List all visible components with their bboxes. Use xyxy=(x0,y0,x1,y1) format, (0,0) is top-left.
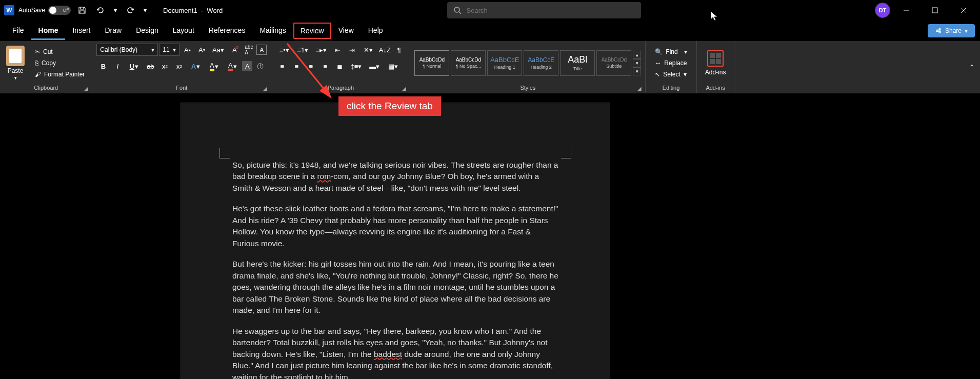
format-painter-button[interactable]: 🖌Format Painter xyxy=(32,69,88,79)
document-body[interactable]: So, picture this: it's 1948, and we're t… xyxy=(181,103,610,379)
document-canvas[interactable]: So, picture this: it's 1948, and we're t… xyxy=(0,93,980,379)
tab-references[interactable]: References xyxy=(202,22,253,40)
text-effects-button[interactable]: A▾ xyxy=(187,59,204,73)
character-border-button[interactable]: A xyxy=(256,45,267,55)
align-center-button[interactable]: ≡ xyxy=(290,59,303,73)
paragraph[interactable]: He's got these slick leather boots and a… xyxy=(232,203,558,249)
show-paragraph-marks-button[interactable]: ¶ xyxy=(392,43,406,56)
line-spacing-button[interactable]: ‡≡▾ xyxy=(347,59,365,73)
tab-view[interactable]: View xyxy=(331,22,361,40)
redo-button[interactable] xyxy=(123,3,137,17)
decrease-indent-button[interactable]: ⇤ xyxy=(331,43,344,56)
tab-mailings[interactable]: Mailings xyxy=(252,22,293,40)
group-addins: Add-ins Add-ins xyxy=(697,41,735,93)
shrink-font-button[interactable]: A▾ xyxy=(195,43,208,56)
increase-indent-button[interactable]: ⇥ xyxy=(345,43,358,56)
undo-button[interactable] xyxy=(93,3,108,17)
tab-layout[interactable]: Layout xyxy=(166,22,202,40)
style-title[interactable]: AaBlTitle xyxy=(560,50,595,76)
shading-button[interactable]: ▬▾ xyxy=(366,59,383,73)
character-shading-button[interactable]: A xyxy=(242,61,252,71)
subscript-button[interactable]: x2 xyxy=(158,59,171,73)
styles-scroll-up[interactable]: ▴ xyxy=(633,51,641,59)
share-icon xyxy=(935,27,942,34)
align-right-button[interactable]: ≡ xyxy=(304,59,317,73)
save-icon[interactable] xyxy=(75,3,89,17)
tab-design[interactable]: Design xyxy=(129,22,166,40)
autosave-label: AutoSave xyxy=(18,7,45,14)
clear-formatting-button[interactable]: A⊘ xyxy=(228,43,241,56)
spelling-error[interactable]: rom xyxy=(317,172,331,181)
find-button[interactable]: 🔍Find ▾ xyxy=(652,47,690,56)
font-launcher[interactable]: ◢ xyxy=(262,85,269,92)
grow-font-button[interactable]: A▴ xyxy=(181,43,194,56)
spelling-error[interactable]: baddest xyxy=(374,350,402,358)
styles-expand[interactable]: ▾ xyxy=(633,67,641,75)
font-color-button[interactable]: A▾ xyxy=(224,59,241,73)
style-heading-1[interactable]: AaBbCcEHeading 1 xyxy=(487,50,522,76)
styles-scroll-down[interactable]: ▾ xyxy=(633,59,641,67)
styles-launcher[interactable]: ◢ xyxy=(636,85,643,92)
select-button[interactable]: ↖Select ▾ xyxy=(652,70,690,79)
highlight-button[interactable]: A▾ xyxy=(205,59,223,73)
tab-home[interactable]: Home xyxy=(31,22,66,40)
paragraph[interactable]: So, picture this: it's 1948, and we're t… xyxy=(232,159,558,194)
justify-button[interactable]: ≡ xyxy=(318,59,332,73)
autosave-switch[interactable]: Off xyxy=(48,6,71,15)
tab-draw[interactable]: Draw xyxy=(97,22,129,40)
styles-gallery[interactable]: AaBbCcDd¶ Normal AaBbCcDd¶ No Spac... Aa… xyxy=(414,50,641,76)
font-name-combo[interactable]: Calibri (Body)▾ xyxy=(96,44,158,56)
minimize-button[interactable] xyxy=(894,0,918,21)
tab-help[interactable]: Help xyxy=(361,22,390,40)
underline-button[interactable]: U ▾ xyxy=(125,59,143,73)
enclose-characters-button[interactable]: ㊉ xyxy=(253,59,267,73)
bullets-button[interactable]: ≡•▾ xyxy=(275,43,293,56)
copy-button[interactable]: ⎘Copy xyxy=(32,58,88,68)
multilevel-list-button[interactable]: ≡▸▾ xyxy=(312,43,330,56)
cut-button[interactable]: ✂Cut xyxy=(32,47,88,57)
strikethrough-button[interactable]: ab xyxy=(144,59,157,73)
clipboard-launcher[interactable]: ◢ xyxy=(83,85,90,92)
replace-button[interactable]: ↔Replace xyxy=(652,58,690,68)
qat-customize-dropdown[interactable]: ▾ xyxy=(142,3,149,17)
paragraph[interactable]: But here's the kicker: his girl tosses h… xyxy=(232,258,558,316)
tab-insert[interactable]: Insert xyxy=(65,22,97,40)
paste-icon xyxy=(6,46,25,66)
borders-button[interactable]: ▦▾ xyxy=(384,59,402,73)
style-normal[interactable]: AaBbCcDd¶ Normal xyxy=(414,50,449,76)
group-styles: AaBbCcDd¶ Normal AaBbCcDd¶ No Spac... Aa… xyxy=(410,41,646,93)
distributed-button[interactable]: ≣ xyxy=(333,59,346,73)
autosave-toggle[interactable]: AutoSave Off xyxy=(18,6,71,15)
paragraph-launcher[interactable]: ◢ xyxy=(401,85,408,92)
search-input[interactable] xyxy=(467,7,635,14)
search-box[interactable] xyxy=(447,2,641,18)
search-icon xyxy=(453,6,462,14)
share-button[interactable]: Share ▾ xyxy=(928,24,975,37)
undo-dropdown[interactable]: ▾ xyxy=(112,3,119,17)
align-left-button[interactable]: ≡ xyxy=(275,59,289,73)
change-case-button[interactable]: Aa▾ xyxy=(209,43,227,56)
style-subtitle[interactable]: AaBbCcDdSubtitle xyxy=(596,50,631,76)
tab-file[interactable]: File xyxy=(5,22,31,40)
paste-button[interactable]: Paste ▾ xyxy=(4,44,27,83)
asian-layout-button[interactable]: ✕▾ xyxy=(359,43,377,56)
font-size-combo[interactable]: 11▾ xyxy=(159,44,179,56)
close-button[interactable] xyxy=(951,0,976,21)
collapse-ribbon-button[interactable]: ⌃ xyxy=(964,41,980,93)
user-avatar[interactable]: DT xyxy=(875,3,890,17)
paragraph[interactable]: He swaggers up to the bar and says, "Hey… xyxy=(232,326,558,379)
style-heading-2[interactable]: AaBbCcEHeading 2 xyxy=(524,50,558,76)
sort-button[interactable]: A↓Z xyxy=(378,43,391,56)
tab-review[interactable]: Review xyxy=(293,23,331,39)
style-no-spacing[interactable]: AaBbCcDd¶ No Spac... xyxy=(451,50,486,76)
addins-button[interactable]: Add-ins xyxy=(701,46,730,80)
phonetic-guide-button[interactable]: abcA xyxy=(242,43,255,56)
bold-button[interactable]: B xyxy=(96,59,110,73)
italic-button[interactable]: I xyxy=(111,59,124,73)
maximize-button[interactable] xyxy=(923,0,947,21)
chevron-down-icon[interactable]: ▾ xyxy=(14,75,17,81)
group-paragraph: ≡•▾ ≡1▾ ≡▸▾ ⇤ ⇥ ✕▾ A↓Z ¶ ≡ ≡ ≡ ≡ ≣ ‡≡▾ ▬… xyxy=(271,41,410,93)
document-page[interactable]: So, picture this: it's 1948, and we're t… xyxy=(181,103,610,379)
superscript-button[interactable]: x2 xyxy=(172,59,186,73)
numbering-button[interactable]: ≡1▾ xyxy=(294,43,311,56)
